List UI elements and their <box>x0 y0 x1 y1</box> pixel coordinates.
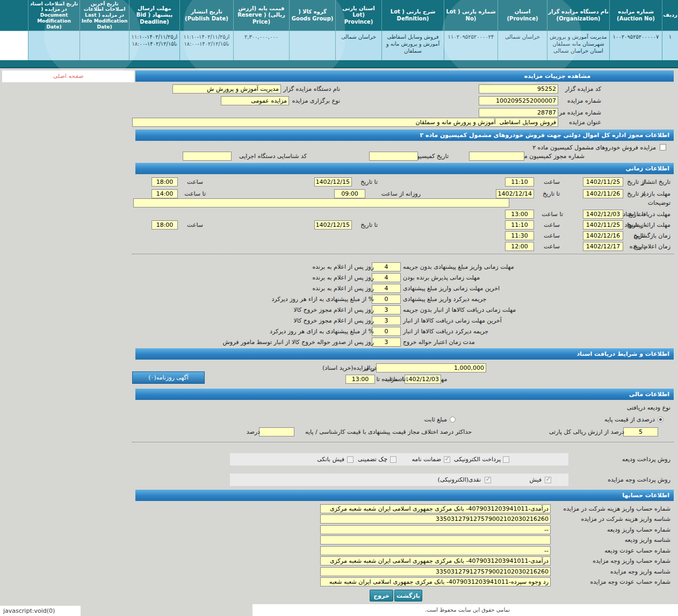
checkbox-fish[interactable] <box>545 477 551 483</box>
visit-label: مهلت بازدید <box>641 189 670 198</box>
account-input[interactable] <box>320 535 551 545</box>
penalty-input[interactable] <box>372 338 401 347</box>
penalty-input[interactable] <box>372 327 401 336</box>
penalty-input[interactable] <box>372 284 401 293</box>
from-date-label: از تاریخ <box>627 220 645 230</box>
penalty-label: اخرین مهلت زمانی واریز مبلغ پیشنهادی <box>403 284 500 293</box>
checkbox-cash-electronic[interactable] <box>485 477 491 483</box>
col-document-modification: تاریخ اصلاحات اسناد در مزایده ( Document… <box>28 0 80 60</box>
checkbox-label: فیش بانکی <box>317 455 344 464</box>
bid-from-date-input[interactable] <box>583 220 623 230</box>
deposit-percent-input[interactable] <box>623 427 658 436</box>
doc-receive-until-label: تا ساعت <box>384 375 406 384</box>
publish-to-date-input[interactable] <box>314 177 352 187</box>
penalty-input[interactable] <box>372 295 401 304</box>
back-button[interactable]: بازگشت <box>394 590 422 601</box>
cell-organization: مدیریت آموزش و پرورش شهرستان مانه سملقان… <box>547 31 609 60</box>
notes-input[interactable] <box>133 198 509 207</box>
account-input[interactable] <box>320 514 551 524</box>
commission-date-input[interactable] <box>369 152 418 161</box>
row-payment-methods: روش پرداخت وجه مزایده فیش نقدی(الکترونیک… <box>132 475 674 486</box>
radio-fixed-amount[interactable] <box>450 417 456 422</box>
org-name-input[interactable] <box>172 84 281 94</box>
ref-no-input[interactable] <box>479 108 558 117</box>
doc-deadline-date-input[interactable] <box>583 210 623 219</box>
penalty-row: جریمه دیرکرد واریز مبلغ پیشنهادی % از مب… <box>132 295 674 305</box>
visit-to-date-input[interactable] <box>496 189 534 198</box>
permit-no-input[interactable] <box>469 152 524 161</box>
agency-code-input[interactable] <box>183 152 232 161</box>
account-input[interactable] <box>320 577 551 586</box>
doc-deadline-time-input[interactable] <box>505 210 534 219</box>
publish-from-date-input[interactable] <box>583 177 623 187</box>
visit-from-date-input[interactable] <box>583 189 623 198</box>
penalty-input[interactable] <box>372 273 401 282</box>
account-input[interactable] <box>320 546 551 555</box>
col-province: استان(Province) خراسان شمالی <box>497 0 547 60</box>
bid-from-time-input[interactable] <box>505 220 534 230</box>
opening-date-input[interactable] <box>583 231 623 240</box>
winner-time-input[interactable] <box>505 242 534 251</box>
guzar-code-input[interactable] <box>479 84 558 94</box>
row-notes: توضیحات <box>132 198 674 209</box>
winner-date-input[interactable] <box>583 242 623 251</box>
hour-label: ساعت <box>544 177 560 187</box>
radio-percent-of-base[interactable] <box>658 417 663 422</box>
exit-button[interactable]: خروج <box>370 590 393 601</box>
visit-daily-time-input[interactable] <box>334 189 365 198</box>
publish-from-time-input[interactable] <box>505 177 534 187</box>
account-row: شناسه واریز ودیعه <box>132 535 674 546</box>
opening-time-input[interactable] <box>505 231 534 240</box>
cell-province: خراسان شمالی <box>498 31 547 60</box>
checkbox-electronic-payment[interactable] <box>503 456 509 463</box>
checkbox-guarantee-letter[interactable] <box>444 456 450 463</box>
account-label: شماره حساب واریز ودیعه <box>607 525 670 534</box>
auction-detail-page: ردیف ۱ شماره مزایده(Auction No) ۱۰۰۲۰۹۵۲… <box>0 0 678 616</box>
penalty-suffix: روز پس از اعلام مجوز خروج کالا <box>294 316 374 325</box>
max-diff-label: حداکثر درصد اختلاف مجاز قیمت پیشنهادی با… <box>305 427 472 436</box>
fee-input[interactable] <box>376 363 486 373</box>
holding-type-label: نوع برگزاری مزایده <box>292 96 340 105</box>
publish-to-time-input[interactable] <box>152 177 178 187</box>
row-publish-date: تاریخ انتشار از تاریخ ساعت تا تاریخ ساعت <box>132 177 674 188</box>
row-permit-fields: شماره مجوز کمیسیون ماده۲ تاریخ کمیسیون ک… <box>132 152 674 162</box>
holding-type-input[interactable] <box>221 96 289 105</box>
account-row: شماره حساب واریز وجه مزایده <box>132 556 674 567</box>
auction-title-input[interactable] <box>132 118 558 127</box>
account-input[interactable] <box>320 567 551 576</box>
bid-to-date-input[interactable] <box>314 220 352 230</box>
cell-auction-no: ۱۰۰۲۰۹۵۲۵۲۰۰۰۰۰۷ <box>610 31 662 60</box>
account-input[interactable] <box>320 525 551 534</box>
hour-label: ساعت <box>544 220 560 230</box>
penalty-row: مهلت زمانی واریز مبلغ پیشنهادی بدون جریم… <box>132 262 674 273</box>
doc-receive-time-input[interactable] <box>345 375 375 384</box>
checkbox-certified-cheque[interactable] <box>390 456 396 463</box>
article2-checkbox[interactable] <box>660 144 666 151</box>
bid-to-time-input[interactable] <box>152 220 178 230</box>
account-row: شماره حساب واریز ودیعه <box>132 525 674 536</box>
max-diff-input[interactable] <box>259 427 294 436</box>
cell-lot-province: خراسان شمالی <box>336 31 381 60</box>
penalty-input[interactable] <box>372 305 401 314</box>
row-auction-no: شماره مزایده نوع برگزاری مزایده <box>132 96 674 107</box>
penalty-label: مهلت زمانی پذیرش برنده بودن <box>403 273 480 282</box>
home-link[interactable]: صفحه اصلی <box>2 70 134 82</box>
section-financial-info: اطلاعات مالی <box>135 389 674 400</box>
cell-lot-definition: فروش وسایل اسقاطی آموزش و پرورش مانه و س… <box>382 31 444 60</box>
cell-blank <box>0 31 28 60</box>
checkbox-bank-slip[interactable] <box>347 456 354 463</box>
visit-until-time-input[interactable] <box>152 189 178 198</box>
row-deposit-type: نوع ودیعه دریافتی <box>132 403 674 414</box>
account-input[interactable] <box>320 504 551 513</box>
doc-receive-date-input[interactable] <box>405 375 441 384</box>
auction-no-input[interactable] <box>479 96 558 105</box>
account-input[interactable] <box>320 556 551 565</box>
penalty-input[interactable] <box>372 316 401 325</box>
radio-fixed-label: مبلغ ثابت <box>424 415 447 424</box>
newspaper-ad-button[interactable]: آگهی روزنامه(۰) <box>132 371 205 384</box>
checkbox-label: ضمانت نامه <box>412 455 441 464</box>
deposit-method-label: روش پرداخت ودیعه <box>622 455 670 464</box>
agency-code-label: کد شناسایی دستگاه اجرایی <box>239 152 307 161</box>
penalty-input[interactable] <box>372 262 401 271</box>
account-row: شناسه واریز وجه مزایده <box>132 567 674 578</box>
